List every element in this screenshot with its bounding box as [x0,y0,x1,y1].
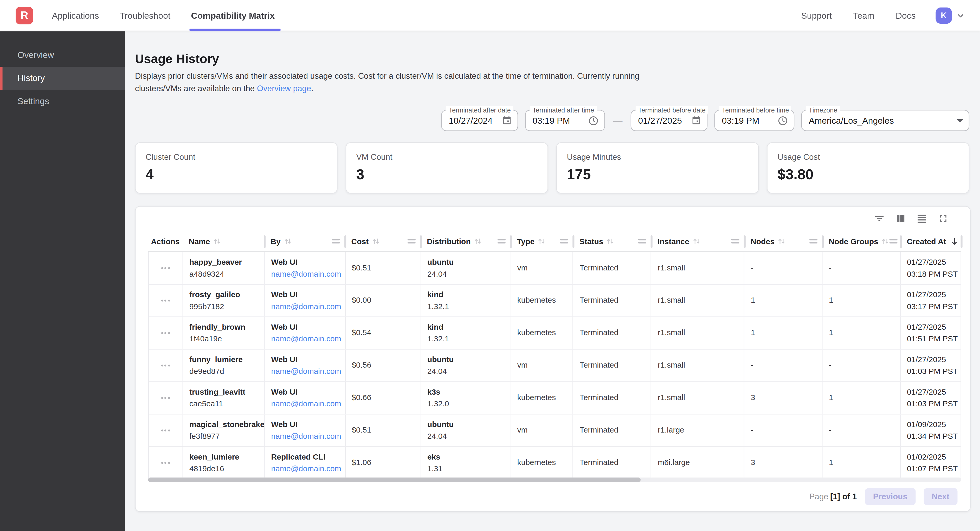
cost-value: $0.66 [352,394,417,402]
sidebar-item-overview[interactable]: Overview [0,44,125,67]
column-header-type[interactable]: Type [511,232,573,251]
distribution-primary: k3s [427,388,507,396]
columns-icon[interactable] [895,213,906,224]
email-link[interactable]: name@domain.com [271,303,341,311]
row-actions-button[interactable] [158,426,173,434]
cell-name: friendly_brown1f40a19e [183,317,265,349]
nav-tab-compatibility-matrix[interactable]: Compatibility Matrix [191,0,275,31]
pagination: Page[1] of 1 Previous Next [810,488,958,505]
row-actions-button[interactable] [158,459,173,467]
column-header-by[interactable]: By [264,232,345,251]
terminated-before-date-value[interactable]: 01/27/2025 [638,116,682,125]
column-header-name[interactable]: Name [183,232,264,251]
sort-icon[interactable] [284,237,292,245]
table-row: magical_stonebrakerfe3f8977Web UIname@do… [149,415,961,447]
calendar-icon[interactable] [691,116,701,125]
timezone-value[interactable]: America/Los_Angeles [809,116,894,125]
column-menu-icon[interactable] [638,239,646,243]
by-primary: Web UI [271,323,341,331]
user-avatar[interactable]: K [935,7,951,24]
density-icon[interactable] [916,213,928,224]
cell-type: vm [511,415,573,447]
column-separator [961,235,963,247]
terminated-before-date-field[interactable]: Terminated before date 01/27/2025 [631,110,708,131]
terminated-after-time-field[interactable]: Terminated after time 03:19 PM [525,110,605,131]
table-row: frosty_galileo995b7182Web UIname@domain.… [149,285,961,317]
sort-desc-icon[interactable] [950,237,959,246]
terminated-after-date-value[interactable]: 10/27/2024 [449,116,492,125]
distribution-primary: kind [427,291,507,299]
horizontal-scrollbar-thumb[interactable] [148,477,641,482]
by-primary: Web UI [271,258,341,266]
sort-icon[interactable] [538,237,546,245]
column-header-created-at[interactable]: Created At [900,232,961,251]
terminated-after-date-field[interactable]: Terminated after date 10/27/2024 [441,110,519,131]
fullscreen-icon[interactable] [938,213,949,224]
sort-icon[interactable] [213,237,221,245]
by-primary: Replicated CLI [271,453,341,461]
column-menu-icon[interactable] [810,239,818,243]
filter-icon[interactable] [873,213,885,224]
terminated-before-time-field[interactable]: Terminated before time 03:19 PM [714,110,795,131]
terminated-after-time-value[interactable]: 03:19 PM [532,116,570,125]
sort-icon[interactable] [881,237,889,245]
previous-page-button[interactable]: Previous [865,488,915,505]
overview-page-link[interactable]: Overview page [257,84,311,93]
name-secondary: 1f40a19e [189,335,261,343]
cell-distribution: kind1.32.1 [421,317,511,349]
column-menu-icon[interactable] [332,239,340,243]
dropdown-arrow-icon[interactable] [957,119,963,122]
stat-cards: Cluster Count 4 VM Count 3 Usage Minutes… [135,143,969,193]
email-link[interactable]: name@domain.com [271,367,341,376]
next-page-button[interactable]: Next [924,488,958,505]
column-menu-icon[interactable] [560,239,568,243]
row-actions-button[interactable] [158,394,173,402]
clock-icon[interactable] [777,115,788,126]
column-menu-icon[interactable] [889,239,897,243]
email-link[interactable]: name@domain.com [271,335,341,343]
column-menu-icon[interactable] [498,239,506,243]
nav-tab-applications[interactable]: Applications [52,0,99,31]
sort-icon[interactable] [606,237,614,245]
chevron-down-icon[interactable] [956,10,966,20]
sidebar-item-settings[interactable]: Settings [0,90,125,113]
horizontal-scrollbar-track[interactable] [148,477,961,482]
replicated-logo[interactable]: R [16,6,33,24]
sort-icon[interactable] [692,237,700,245]
clock-icon[interactable] [588,115,599,126]
stat-label: Usage Minutes [567,152,748,162]
email-link[interactable]: name@domain.com [271,432,341,440]
sort-icon[interactable] [372,237,380,245]
nav-link-support[interactable]: Support [801,10,832,20]
email-link[interactable]: name@domain.com [271,465,341,473]
sort-icon[interactable] [778,237,786,245]
node-groups-value: 1 [829,329,896,337]
cell-by: Web UIname@domain.com [265,382,346,414]
column-header-instance[interactable]: Instance [651,232,745,251]
email-link[interactable]: name@domain.com [271,270,341,278]
column-header-distribution[interactable]: Distribution [420,232,511,251]
column-menu-icon[interactable] [731,239,740,243]
stat-label: VM Count [356,152,538,162]
cell-type: kubernetes [511,285,573,317]
email-link[interactable]: name@domain.com [271,400,341,408]
column-header-node-groups[interactable]: Node Groups [822,232,900,251]
sort-icon[interactable] [474,237,482,245]
row-actions-button[interactable] [158,329,173,337]
column-header-status[interactable]: Status [573,232,651,251]
created-at-secondary: 01:07 PM PST [907,465,957,473]
column-header-nodes[interactable]: Nodes [745,232,822,251]
sidebar-item-history[interactable]: History [0,67,125,90]
calendar-icon[interactable] [502,116,512,125]
nav-tab-troubleshoot[interactable]: Troubleshoot [119,0,170,31]
nav-link-docs[interactable]: Docs [896,10,916,20]
column-header-cost[interactable]: Cost [345,232,420,251]
row-actions-button[interactable] [158,361,173,369]
row-actions-button[interactable] [158,296,173,304]
column-menu-icon[interactable] [407,239,415,243]
terminated-before-time-value[interactable]: 03:19 PM [722,116,759,125]
row-actions-button[interactable] [158,264,173,272]
timezone-select[interactable]: Timezone America/Los_Angeles [801,110,969,131]
nav-link-team[interactable]: Team [853,10,874,20]
distribution-primary: ubuntu [427,258,507,266]
